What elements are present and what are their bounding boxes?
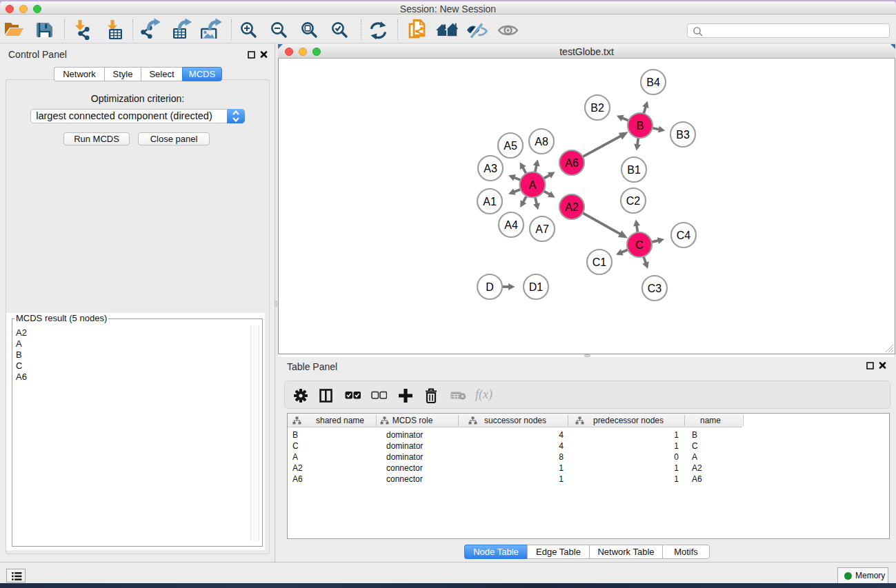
svg-text:A5: A5 <box>504 140 517 152</box>
svg-text:A4: A4 <box>504 219 518 231</box>
svg-text:B4: B4 <box>646 77 660 88</box>
svg-text:A2: A2 <box>565 201 579 213</box>
svg-text:B2: B2 <box>590 102 604 114</box>
svg-text:A1: A1 <box>483 196 497 207</box>
svg-text:A7: A7 <box>535 223 549 235</box>
svg-text:D1: D1 <box>529 281 544 293</box>
svg-text:C4: C4 <box>677 230 691 241</box>
svg-text:A8: A8 <box>535 136 548 148</box>
svg-text:B1: B1 <box>627 164 641 176</box>
svg-text:B3: B3 <box>676 129 690 141</box>
svg-text:A6: A6 <box>565 157 579 169</box>
svg-text:B: B <box>637 120 644 132</box>
svg-text:C: C <box>635 239 644 251</box>
svg-text:C1: C1 <box>593 256 607 268</box>
svg-text:A3: A3 <box>484 163 497 174</box>
svg-text:A: A <box>529 179 537 191</box>
svg-text:C2: C2 <box>626 195 641 207</box>
svg-text:C3: C3 <box>648 283 662 294</box>
svg-text:D: D <box>486 281 494 293</box>
